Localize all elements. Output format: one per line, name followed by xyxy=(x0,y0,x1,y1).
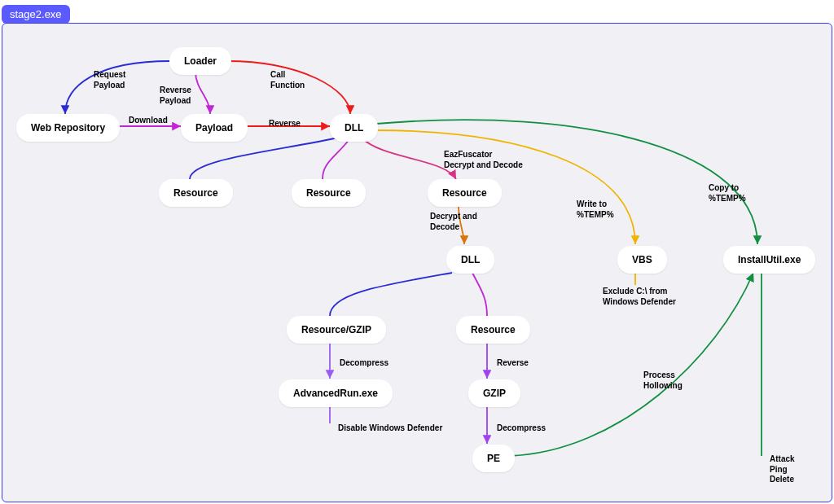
label-decompress-2: Decompress xyxy=(497,423,546,434)
label-process-hollowing: ProcessHollowing xyxy=(643,370,683,391)
label-download: Download xyxy=(129,116,168,126)
node-gzip: GZIP xyxy=(468,379,520,407)
node-loader: Loader xyxy=(169,47,231,75)
node-pe: PE xyxy=(472,445,515,472)
node-installutil: InstallUtil.exe xyxy=(723,246,815,274)
node-resource-3: Resource xyxy=(428,179,502,207)
label-call-function: CallFunction xyxy=(270,70,305,90)
node-resource-2: Resource xyxy=(292,179,366,207)
label-decrypt-decode: Decrypt andDecode xyxy=(430,212,477,232)
label-disable-wd: Disable Windows Defender xyxy=(338,423,442,434)
node-resource-1: Resource xyxy=(159,179,233,207)
node-vbs: VBS xyxy=(617,246,667,274)
node-payload: Payload xyxy=(181,114,248,142)
node-dll-2: DLL xyxy=(446,246,494,274)
label-request-payload: RequestPayload xyxy=(94,70,125,90)
label-reverse: Reverse xyxy=(269,119,301,129)
node-resource-gzip: Resource/GZIP xyxy=(287,316,386,344)
diagram-title-badge: stage2.exe xyxy=(2,5,70,24)
label-reverse-2: Reverse xyxy=(497,358,529,369)
label-attack-ping-delete: AttackPingDelete xyxy=(770,454,795,485)
node-dll-1: DLL xyxy=(330,114,378,142)
node-resource-4: Resource xyxy=(456,316,530,344)
label-eazfuscator: EazFuscatorDecrypt and Decode xyxy=(444,150,523,170)
node-advancedrun: AdvancedRun.exe xyxy=(279,379,393,407)
node-web-repository: Web Repository xyxy=(16,114,120,142)
label-reverse-payload: ReversePayload xyxy=(160,85,191,106)
label-decompress-1: Decompress xyxy=(340,358,388,369)
label-exclude-c: Exclude C:\ fromWindows Defender xyxy=(603,287,676,307)
label-copy-temp: Copy to%TEMP% xyxy=(709,183,746,204)
label-write-temp: Write to%TEMP% xyxy=(577,199,614,220)
